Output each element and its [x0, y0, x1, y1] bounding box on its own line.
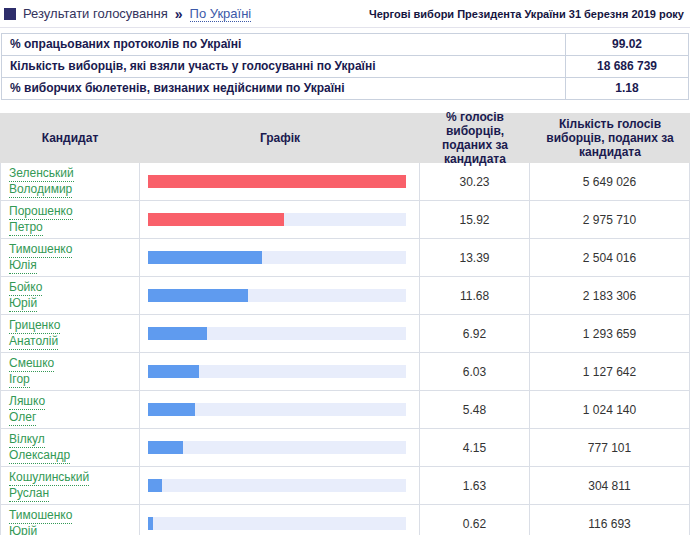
table-row: Бойко Юрій 11.68 2 183 306 — [0, 277, 690, 315]
summary-label: % виборчих бюлетенів, визнаних недійсним… — [2, 78, 566, 99]
votes-value: 116 693 — [530, 505, 690, 535]
candidate-surname: Кошулинський — [9, 470, 89, 486]
percent-value: 5.48 — [420, 391, 530, 428]
candidate-surname: Ляшко — [9, 394, 45, 410]
table-row: Порошенко Петро 15.92 2 975 710 — [0, 201, 690, 239]
candidate-link[interactable]: Порошенко Петро — [9, 204, 73, 236]
votes-value: 777 101 — [530, 429, 690, 466]
bar-fill — [148, 289, 248, 302]
candidate-given-name: Олександр — [9, 448, 70, 464]
votes-value: 2 504 016 — [530, 239, 690, 276]
bar-fill — [148, 403, 195, 416]
percent-value: 1.63 — [420, 467, 530, 504]
candidate-given-name: Юрій — [9, 296, 37, 312]
percent-value: 30.23 — [420, 163, 530, 200]
bar-fill — [148, 251, 262, 264]
summary-row: % опрацьованих протоколів по Україні 99.… — [2, 34, 688, 56]
table-row: Вілкул Олександр 4.15 777 101 — [0, 429, 690, 467]
breadcrumb: Результати голосування » По Україні — [4, 6, 251, 22]
column-header-candidate: Кандидат — [0, 113, 140, 163]
bar-track — [148, 517, 406, 530]
candidate-surname: Порошенко — [9, 204, 73, 220]
candidate-surname: Тимошенко — [9, 508, 72, 524]
candidate-given-name: Юрій — [9, 524, 37, 535]
candidate-surname: Зеленський — [9, 166, 74, 182]
bar-fill — [148, 517, 153, 530]
bar-fill — [148, 365, 199, 378]
results-table: Кандидат Графік % голосів виборців, пода… — [0, 113, 690, 535]
bar-track — [148, 441, 406, 454]
candidate-link[interactable]: Ляшко Олег — [9, 394, 45, 426]
percent-value: 4.15 — [420, 429, 530, 466]
summary-value: 18 686 739 — [566, 56, 688, 77]
percent-value: 11.68 — [420, 277, 530, 314]
candidate-surname: Смешко — [9, 356, 54, 372]
bar-track — [148, 213, 406, 226]
percent-value: 15.92 — [420, 201, 530, 238]
bar-fill — [148, 479, 162, 492]
percent-value: 6.03 — [420, 353, 530, 390]
breadcrumb-separator-icon: » — [175, 6, 183, 22]
votes-value: 1 293 659 — [530, 315, 690, 352]
column-header-percent: % голосів виборців, поданих за кандидата — [420, 113, 530, 163]
candidate-link[interactable]: Бойко Юрій — [9, 280, 42, 312]
bar-fill — [148, 175, 406, 188]
summary-value: 99.02 — [566, 34, 688, 55]
bar-fill — [148, 441, 183, 454]
bar-track — [148, 289, 406, 302]
bar-track — [148, 403, 406, 416]
candidate-given-name: Володимир — [9, 182, 72, 198]
votes-value: 1 127 642 — [530, 353, 690, 390]
candidate-surname: Гриценко — [9, 318, 60, 334]
votes-value: 1 024 140 — [530, 391, 690, 428]
bar-track — [148, 251, 406, 264]
candidate-link[interactable]: Смешко Ігор — [9, 356, 54, 388]
candidate-link[interactable]: Кошулинський Руслан — [9, 470, 89, 502]
votes-value: 2 975 710 — [530, 201, 690, 238]
summary-value: 1.18 — [566, 78, 688, 99]
candidate-given-name: Петро — [9, 220, 43, 236]
votes-value: 5 649 026 — [530, 163, 690, 200]
candidate-given-name: Олег — [9, 410, 36, 426]
candidate-link[interactable]: Тимошенко Юлія — [9, 242, 72, 274]
votes-value: 2 183 306 — [530, 277, 690, 314]
candidate-link[interactable]: Гриценко Анатолій — [9, 318, 60, 350]
candidate-link[interactable]: Тимошенко Юрій — [9, 508, 72, 535]
bar-fill — [148, 213, 284, 226]
results-body: Зеленський Володимир 30.23 5 649 026 Пор… — [0, 163, 690, 535]
votes-value: 304 811 — [530, 467, 690, 504]
results-table-header: Кандидат Графік % голосів виборців, пода… — [0, 113, 690, 163]
table-row: Тимошенко Юрій 0.62 116 693 — [0, 505, 690, 535]
table-row: Кошулинський Руслан 1.63 304 811 — [0, 467, 690, 505]
column-header-graph: Графік — [140, 113, 420, 163]
candidate-surname: Вілкул — [9, 432, 45, 448]
candidate-given-name: Ігор — [9, 372, 30, 388]
summary-label: Кількість виборців, які взяли участь у г… — [2, 56, 566, 77]
bar-track — [148, 479, 406, 492]
percent-value: 6.92 — [420, 315, 530, 352]
page-header: Результати голосування » По Україні Черг… — [0, 0, 690, 28]
table-row: Гриценко Анатолій 6.92 1 293 659 — [0, 315, 690, 353]
page-title: Результати голосування — [23, 6, 168, 21]
breadcrumb-link-ukraine[interactable]: По Україні — [190, 6, 252, 22]
summary-table: % опрацьованих протоколів по Україні 99.… — [1, 33, 689, 100]
candidate-surname: Бойко — [9, 280, 42, 296]
candidate-surname: Тимошенко — [9, 242, 72, 258]
bar-fill — [148, 327, 207, 340]
percent-value: 0.62 — [420, 505, 530, 535]
table-row: Смешко Ігор 6.03 1 127 642 — [0, 353, 690, 391]
candidate-link[interactable]: Вілкул Олександр — [9, 432, 70, 464]
bar-track — [148, 175, 406, 188]
title-bullet-icon — [4, 8, 16, 20]
candidate-given-name: Анатолій — [9, 334, 58, 350]
bar-track — [148, 327, 406, 340]
summary-label: % опрацьованих протоколів по Україні — [2, 34, 566, 55]
percent-value: 13.39 — [420, 239, 530, 276]
bar-track — [148, 365, 406, 378]
candidate-link[interactable]: Зеленський Володимир — [9, 166, 74, 198]
table-row: Ляшко Олег 5.48 1 024 140 — [0, 391, 690, 429]
summary-row: Кількість виборців, які взяли участь у г… — [2, 56, 688, 78]
table-row: Тимошенко Юлія 13.39 2 504 016 — [0, 239, 690, 277]
table-row: Зеленський Володимир 30.23 5 649 026 — [0, 163, 690, 201]
candidate-given-name: Юлія — [9, 258, 37, 274]
